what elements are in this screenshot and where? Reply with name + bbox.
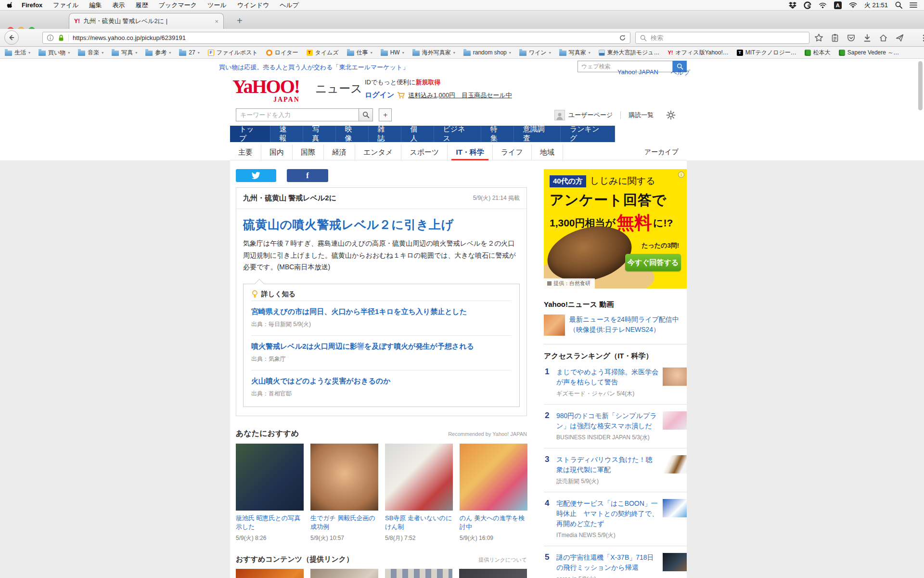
https-lock-icon[interactable]: [58, 34, 64, 41]
keyword-search-button[interactable]: [359, 108, 373, 121]
downloads-icon[interactable]: [863, 34, 872, 42]
notification-center-icon[interactable]: [910, 2, 917, 8]
nav-tab-ishikichousa[interactable]: 意識調査: [514, 126, 561, 142]
url-bar[interactable]: https://news.yahoo.co.jp/pickup/6239191: [42, 32, 630, 44]
nav-tab-kojin[interactable]: 個人: [401, 126, 434, 142]
subnav-keizai[interactable]: 経済: [324, 144, 355, 160]
register-link[interactable]: 新規取得: [416, 79, 441, 86]
learn-link[interactable]: 噴火警戒レベル2は火口周辺に影響を及ぼす噴火が発生が予想される: [251, 342, 512, 351]
bookmark-folder-shashinka[interactable]: 写真家▾: [559, 49, 590, 57]
twitter-share-button[interactable]: [236, 169, 276, 182]
promo-banner-link[interactable]: 買い物は応援。売る人と買う人が交わる「東北エールマーケット」: [219, 63, 409, 72]
recommended-card[interactable]: SB寺原 走者いないのにけん制 5/8(月) 7:52: [385, 444, 453, 542]
subnav-shuyou[interactable]: 主要: [230, 144, 261, 160]
reload-icon[interactable]: [619, 34, 626, 41]
subnav-sports[interactable]: スポーツ: [401, 144, 448, 160]
gear-icon[interactable]: [666, 110, 676, 120]
creative-cloud-icon[interactable]: [804, 1, 811, 9]
recommended-card[interactable]: 生でガチ 興毅氏企画の成功例 5/9(火) 10:57: [310, 444, 378, 542]
bookmark-folder-27[interactable]: 27▾: [179, 49, 199, 56]
subnav-life[interactable]: ライフ: [493, 144, 532, 160]
back-button[interactable]: [4, 30, 19, 45]
ad-answer-button[interactable]: 今すぐ回答する: [625, 254, 681, 271]
wifi-signal-icon[interactable]: [819, 2, 827, 9]
home-icon[interactable]: [879, 34, 888, 42]
bookmark-folder-ongaku[interactable]: 音楽▾: [78, 49, 103, 57]
ranking-link[interactable]: 980円のドコモ新「シンプルプラン」は強烈な格安スマホ潰しだ: [556, 411, 659, 431]
bookmark-folder-seikatsu[interactable]: 生活▾: [5, 49, 30, 57]
menu-history[interactable]: 履歴: [136, 1, 148, 10]
bookmark-reuters[interactable]: ロイター: [266, 49, 298, 57]
bookmark-fileposte[interactable]: Fファイルポスト: [208, 49, 258, 57]
keyword-search-input[interactable]: [236, 108, 359, 121]
menubar-clock[interactable]: 火 21:51: [864, 1, 888, 10]
menu-file[interactable]: ファイル: [53, 1, 78, 10]
nav-tab-shashin[interactable]: 写真: [303, 126, 336, 142]
ad-info-icon[interactable]: i: [678, 171, 684, 178]
ranking-link[interactable]: 謎の宇宙往還機「X-37B」718日の飛行ミッションから帰還: [556, 552, 659, 573]
menu-view[interactable]: 表示: [113, 1, 125, 10]
bookmark-sapere[interactable]: Sapere Vedere ～…: [839, 49, 899, 57]
bookmark-star-icon[interactable]: [814, 33, 823, 42]
subscriptions-link[interactable]: 購読一覧: [629, 111, 654, 119]
nav-tab-tokushuu[interactable]: 特集: [481, 126, 514, 142]
pocket-icon[interactable]: [847, 34, 856, 42]
tab-close-icon[interactable]: ×: [215, 18, 218, 25]
photo-sponsored-lanterns[interactable]: [236, 569, 304, 578]
apple-icon[interactable]: [7, 1, 13, 9]
ranking-link[interactable]: ストラディバリウス負けた！聴衆は現代製に軍配: [556, 455, 659, 475]
menu-firefox[interactable]: Firefox: [22, 1, 42, 9]
bookmark-folder-kaigai[interactable]: 海外写真家▾: [412, 49, 455, 57]
article-title[interactable]: 硫黄山の噴火警戒レベル２に引き上げ: [243, 217, 520, 233]
share-icon[interactable]: [895, 34, 904, 42]
bookmark-folder-sankou[interactable]: 参考▾: [145, 49, 171, 57]
bookmark-mit-tech[interactable]: TMITテクノロジー…: [737, 49, 796, 57]
video-link[interactable]: 最新ニュースを24時間ライブ配信中（映像提供:日テレNEWS24）: [569, 315, 687, 336]
learn-link[interactable]: 火山噴火ではどのような災害がおきるのか: [251, 377, 512, 386]
wifi-icon[interactable]: [849, 2, 857, 8]
bookmark-folder-randomshop[interactable]: random shop▾: [463, 49, 511, 56]
bookmark-folder-kaimono[interactable]: 買い物▾: [38, 49, 70, 57]
menu-bookmarks[interactable]: ブックマーク: [159, 1, 197, 10]
archive-link[interactable]: アーカイブ: [644, 148, 679, 157]
bookmark-folder-hw[interactable]: HW▾: [381, 49, 404, 56]
subnav-it-kagaku[interactable]: IT・科学: [448, 144, 492, 160]
bookmark-folder-wine[interactable]: ワイン▾: [519, 49, 551, 57]
login-link[interactable]: ログイン: [365, 91, 394, 100]
spotlight-icon[interactable]: [895, 1, 902, 9]
menu-edit[interactable]: 編集: [90, 1, 102, 10]
sale-promo-link[interactable]: 送料込み1,000円 目玉商品セール中: [408, 91, 512, 100]
photo-video-thumbnail[interactable]: [544, 315, 565, 336]
search-bar[interactable]: [635, 32, 809, 44]
nav-tab-top[interactable]: トップ: [230, 126, 270, 142]
subnav-kokunai[interactable]: 国内: [261, 144, 293, 160]
page-info-icon[interactable]: [47, 34, 54, 41]
subnav-kokusai[interactable]: 国際: [293, 144, 324, 160]
nav-tab-ranking[interactable]: ランキング: [561, 126, 615, 142]
yahoo-logo[interactable]: YaHOO!: [232, 77, 299, 96]
bookmark-times[interactable]: Tタイムズ: [307, 49, 339, 57]
bookmark-folder-shigoto[interactable]: 仕事▾: [347, 49, 372, 57]
photo-sponsored-dark[interactable]: [459, 569, 527, 578]
nav-tab-eizou[interactable]: 映像: [336, 126, 369, 142]
menu-tools[interactable]: ツール: [207, 1, 227, 10]
bookmark-tufs[interactable]: 東外大言語モジュ…: [599, 49, 660, 57]
input-source-icon[interactable]: A: [834, 1, 842, 9]
nav-tab-sokuhou[interactable]: 速報: [270, 126, 303, 142]
yahoo-japan-link[interactable]: Yahoo! JAPAN: [617, 68, 658, 77]
bookmark-folder-shashin[interactable]: 写真▾: [112, 49, 137, 57]
shijimi-ad[interactable]: i 40代の方 しじみに関する アンケート回答で 1,300円相当が無料に!? …: [544, 169, 687, 289]
ranking-link[interactable]: まじでやめよう耳掃除。米医学会が声を枯らして警告: [556, 367, 659, 387]
subnav-entame[interactable]: エンタメ: [355, 144, 401, 160]
photo-sponsored-clothes[interactable]: [385, 569, 453, 578]
new-tab-button[interactable]: +: [237, 15, 243, 26]
user-page-link[interactable]: ユーザーページ: [568, 111, 613, 119]
help-link[interactable]: ヘルプ: [671, 68, 690, 77]
recommended-attribution[interactable]: Recommended by Yahoo! JAPAN: [448, 431, 527, 437]
subnav-chiiki[interactable]: 地域: [532, 144, 563, 160]
add-tab-button[interactable]: ＋: [379, 108, 392, 121]
browser-tab[interactable]: Y! 九州・硫黄山 警戒レベル2に | ×: [69, 13, 224, 29]
recommended-card[interactable]: のん 美大への進学を検討中 5/9(火) 16:09: [460, 444, 527, 542]
dropbox-icon[interactable]: [789, 1, 796, 9]
menu-help[interactable]: ヘルプ: [280, 1, 299, 10]
